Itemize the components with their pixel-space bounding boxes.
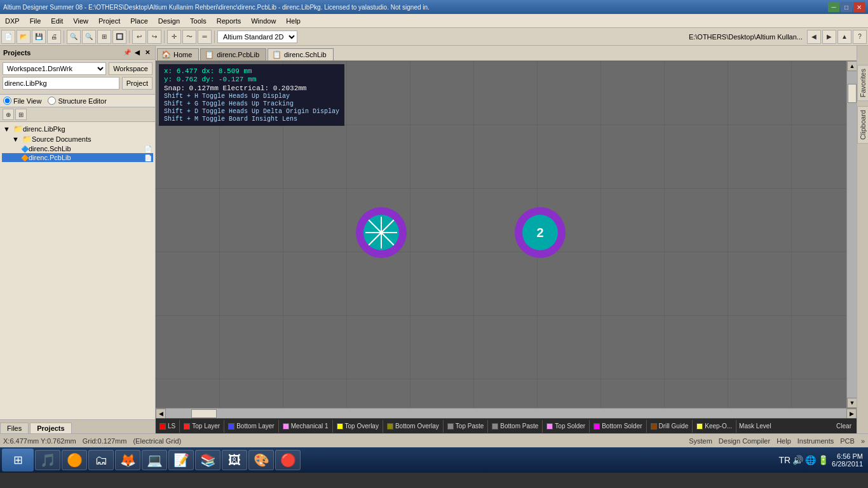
taskbar-app-6[interactable]: 📝 — [168, 450, 194, 470]
view-mode-select[interactable]: Altium Standard 2D — [217, 30, 297, 43]
vertical-scrollbar[interactable]: ▲ ▼ — [846, 61, 857, 408]
hscroll-left-btn[interactable]: ◀ — [156, 409, 166, 419]
toolbar-new[interactable]: 📄 — [1, 30, 15, 44]
menu-tools[interactable]: Tools — [185, 16, 212, 26]
layer-top-paste[interactable]: Top Paste — [444, 420, 488, 433]
close-button[interactable]: ✕ — [853, 2, 865, 12]
menu-window[interactable]: Window — [246, 16, 281, 26]
scroll-track[interactable] — [847, 71, 857, 398]
layer-keep-out[interactable]: Keep-O... — [693, 420, 736, 433]
status-arrow[interactable]: » — [861, 437, 865, 445]
structure-editor-radio[interactable]: Structure Editor — [48, 97, 106, 105]
layer-bottom[interactable]: Bottom Layer — [224, 420, 278, 433]
hscroll-track[interactable] — [166, 409, 846, 418]
project-button[interactable]: Project — [122, 77, 153, 90]
tab-pcblib[interactable]: 📋 direnc.PcbLib — [200, 48, 266, 60]
status-system[interactable]: System — [689, 437, 712, 445]
menu-project[interactable]: Project — [93, 16, 125, 26]
minimize-button[interactable]: ─ — [828, 2, 839, 12]
scroll-thumb[interactable] — [848, 84, 857, 103]
toolbar-bus[interactable]: ═ — [198, 30, 212, 44]
favorites-label[interactable]: Favorites — [857, 65, 869, 101]
taskbar-app-10[interactable]: 🔴 — [275, 450, 301, 470]
pad-1[interactable] — [356, 207, 407, 258]
menu-place[interactable]: Place — [125, 16, 153, 26]
project-input[interactable] — [3, 77, 119, 90]
layer-bottom-paste[interactable]: Bottom Paste — [488, 420, 543, 433]
tray-network[interactable]: 🌐 — [805, 455, 816, 465]
projects-tab[interactable]: Projects — [30, 423, 71, 433]
menu-edit[interactable]: Edit — [46, 16, 68, 26]
start-button[interactable]: ⊞ — [2, 449, 34, 471]
nav-up[interactable]: ▲ — [837, 30, 851, 44]
panel-pin-icon[interactable]: 📌 — [123, 48, 132, 57]
tree-source-docs[interactable]: ▼ 📁 Source Documents — [2, 134, 153, 144]
hscroll-thumb[interactable] — [191, 409, 217, 418]
tree-toolbar-btn1[interactable]: ⊕ — [3, 109, 14, 120]
toolbar-help[interactable]: ? — [853, 30, 867, 44]
menu-dxp[interactable]: DXP — [0, 16, 25, 26]
nav-back[interactable]: ◀ — [807, 30, 821, 44]
clear-button[interactable]: Clear — [831, 423, 857, 430]
taskbar-app-1[interactable]: 🎵 — [35, 450, 60, 470]
toolbar-zoom-out[interactable]: 🔍 — [82, 30, 96, 44]
panel-close-icon[interactable]: ✕ — [143, 48, 152, 57]
scroll-down-btn[interactable]: ▼ — [847, 398, 857, 408]
menu-help[interactable]: Help — [281, 16, 306, 26]
toolbar-redo[interactable]: ↪ — [147, 30, 161, 44]
toolbar-open[interactable]: 📂 — [17, 30, 31, 44]
taskbar-app-3[interactable]: 🗂 — [88, 450, 114, 470]
taskbar-app-7[interactable]: 📚 — [195, 450, 220, 470]
clipboard-label[interactable]: Clipboard — [857, 106, 869, 144]
toolbar-save[interactable]: 💾 — [32, 30, 46, 44]
horizontal-scrollbar[interactable]: ◀ ▶ — [156, 408, 857, 418]
menu-design[interactable]: Design — [153, 16, 185, 26]
scroll-up-btn[interactable]: ▲ — [847, 61, 857, 71]
status-design-compiler[interactable]: Design Compiler — [719, 437, 770, 445]
taskbar-app-5[interactable]: 💻 — [142, 450, 167, 470]
toolbar-undo[interactable]: ↩ — [132, 30, 146, 44]
files-tab[interactable]: Files — [0, 423, 29, 433]
toolbar-zoom-in[interactable]: 🔍 — [67, 30, 81, 44]
nav-forward[interactable]: ▶ — [822, 30, 836, 44]
tree-schlib[interactable]: 🔷 direnc.SchLib 📄 — [2, 144, 153, 153]
status-help[interactable]: Help — [776, 437, 791, 445]
menu-file[interactable]: File — [25, 16, 46, 26]
workspace-button[interactable]: Workspace — [109, 62, 153, 75]
toolbar-pan[interactable]: ✛ — [167, 30, 181, 44]
taskbar-app-4[interactable]: 🦊 — [115, 450, 140, 470]
layer-bottom-overlay[interactable]: Bottom Overlay — [383, 420, 444, 433]
workspace-selector[interactable]: Workspace1.DsnWrk — [3, 62, 106, 75]
hscroll-right-btn[interactable]: ▶ — [846, 409, 857, 419]
tray-volume[interactable]: 🔊 — [792, 455, 803, 465]
pad-2[interactable]: 2 — [515, 207, 566, 258]
mask-level-label[interactable]: Mask Level — [736, 423, 774, 430]
file-view-radio[interactable]: File View — [3, 97, 41, 105]
layer-bottom-solder[interactable]: Bottom Solder — [590, 420, 646, 433]
status-pcb[interactable]: PCB — [840, 437, 855, 445]
taskbar-app-2[interactable]: 🟠 — [62, 450, 87, 470]
layer-top[interactable]: Top Layer — [180, 420, 224, 433]
menu-reports[interactable]: Reports — [212, 16, 247, 26]
toolbar-zoom-area[interactable]: 🔲 — [112, 30, 126, 44]
layer-drill-guide[interactable]: Drill Guide — [647, 420, 693, 433]
clock[interactable]: 6:56 PM 6/28/2011 — [832, 452, 863, 468]
layer-top-overlay[interactable]: Top Overlay — [333, 420, 383, 433]
menu-view[interactable]: View — [68, 16, 93, 26]
toolbar-print[interactable]: 🖨 — [47, 30, 61, 44]
toolbar-wire[interactable]: 〜 — [182, 30, 196, 44]
tab-schlib[interactable]: 📋 direnc.SchLib — [268, 48, 334, 60]
maximize-button[interactable]: □ — [841, 2, 852, 12]
tree-root[interactable]: ▼ 📁 direnc.LibPkg — [2, 124, 153, 134]
panel-expand-icon[interactable]: ◀ — [133, 48, 142, 57]
toolbar-fit[interactable]: ⊞ — [97, 30, 111, 44]
layer-top-solder[interactable]: Top Solder — [543, 420, 590, 433]
tree-toolbar-btn2[interactable]: ⊞ — [15, 109, 27, 120]
taskbar-app-9[interactable]: 🎨 — [248, 450, 274, 470]
layer-mech1[interactable]: Mechanical 1 — [279, 420, 333, 433]
taskbar-app-8[interactable]: 🖼 — [222, 450, 247, 470]
canvas-area[interactable]: x: 6.477 dx: 8.509 mm y: 0.762 dy: -0.12… — [156, 61, 846, 408]
tray-battery[interactable]: 🔋 — [818, 455, 829, 465]
tree-pcblib[interactable]: 🔶 direnc.PcbLib 📄 — [2, 153, 153, 162]
status-instruments[interactable]: Instruments — [797, 437, 834, 445]
